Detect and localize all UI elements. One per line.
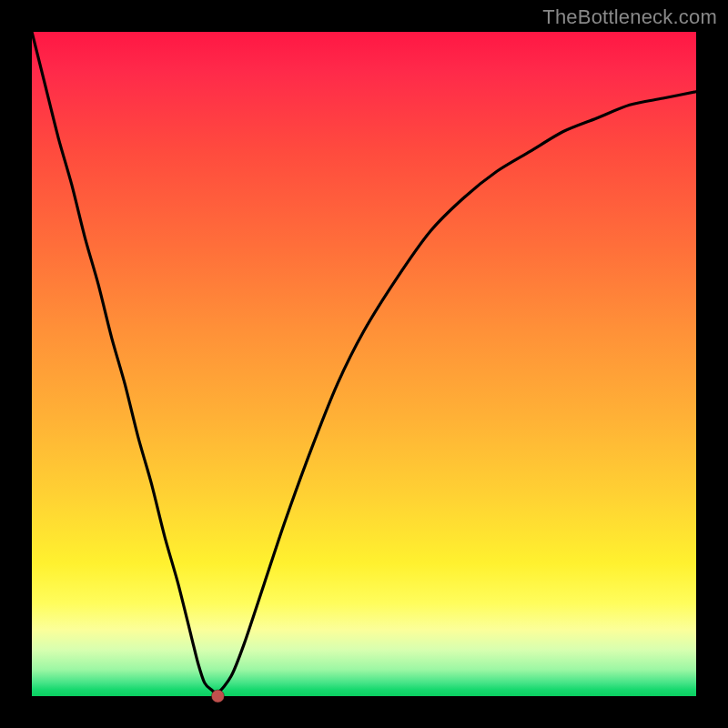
bottleneck-curve bbox=[32, 32, 696, 693]
chart-container: TheBottleneck.com bbox=[0, 0, 728, 728]
watermark-text: TheBottleneck.com bbox=[542, 5, 717, 29]
plot-area bbox=[32, 32, 696, 696]
min-marker bbox=[211, 690, 224, 703]
curve-svg bbox=[32, 32, 696, 696]
